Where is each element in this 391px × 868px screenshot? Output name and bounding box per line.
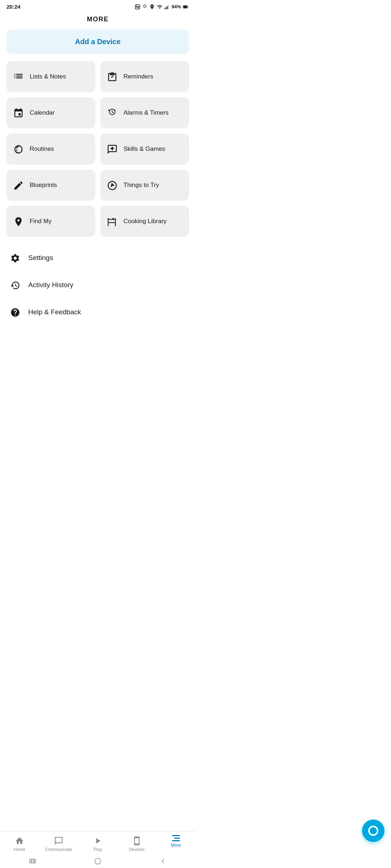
battery-icon: [182, 4, 189, 10]
help-feedback-label: Help & Feedback: [28, 308, 81, 316]
help-icon: [9, 306, 22, 318]
grid-item-reminders[interactable]: Reminders: [100, 61, 189, 92]
grid-item-alarms-timers[interactable]: Alarms & Timers: [100, 97, 189, 128]
find-my-label: Find My: [30, 217, 51, 225]
grid-item-routines[interactable]: Routines: [7, 133, 95, 165]
grid-item-things-to-try[interactable]: Things to Try: [100, 170, 189, 201]
list-item-help-feedback[interactable]: Help & Feedback: [7, 298, 189, 326]
status-bar: 20:24 94%: [0, 0, 196, 12]
status-icons: 94%: [135, 4, 189, 10]
grid-item-calendar[interactable]: Calendar: [7, 97, 95, 128]
status-time: 20:24: [7, 4, 20, 10]
page-title: MORE: [0, 12, 196, 30]
alarms-timers-label: Alarms & Timers: [123, 109, 169, 116]
alarm-status-icon: [142, 4, 148, 10]
svg-rect-4: [168, 5, 169, 9]
svg-rect-2: [166, 7, 167, 9]
wifi-icon: [156, 4, 163, 10]
svg-rect-6: [184, 6, 187, 8]
grid-item-skills-games[interactable]: Skills & Games: [100, 133, 189, 165]
svg-rect-7: [108, 218, 109, 219]
reminders-label: Reminders: [123, 73, 153, 80]
feature-grid: Lists & Notes Reminders Calendar Alarms …: [7, 61, 189, 237]
battery-text: 94%: [172, 4, 181, 9]
settings-label: Settings: [28, 254, 53, 262]
cooking-icon: [106, 216, 118, 227]
alarm-icon: [106, 107, 118, 119]
svg-rect-1: [165, 8, 165, 9]
pencil-icon: [12, 179, 25, 191]
clipboard-icon: [106, 71, 118, 83]
compass-icon: [106, 179, 118, 191]
gear-icon: [9, 252, 22, 263]
pin-icon: [12, 216, 25, 227]
routines-label: Routines: [30, 145, 54, 153]
skills-icon: [106, 143, 118, 155]
skills-games-label: Skills & Games: [123, 145, 165, 153]
main-content: Add a Device Lists & Notes Reminders Cal…: [0, 30, 196, 362]
grid-item-blueprints[interactable]: Blueprints: [7, 170, 95, 201]
history-icon: [9, 279, 22, 290]
grid-item-find-my[interactable]: Find My: [7, 206, 95, 237]
activity-history-label: Activity History: [28, 281, 73, 289]
nfc-icon: [135, 4, 140, 10]
list-item-activity-history[interactable]: Activity History: [7, 271, 189, 298]
signal-icon: [164, 4, 170, 10]
things-to-try-label: Things to Try: [123, 181, 159, 189]
blueprints-label: Blueprints: [30, 181, 57, 189]
list-section: Settings Activity History Help & Feedbac…: [7, 244, 189, 326]
location-status-icon: [149, 4, 155, 10]
calendar-icon: [12, 107, 25, 119]
routine-icon: [12, 143, 25, 155]
svg-rect-3: [167, 6, 168, 9]
list-item-settings[interactable]: Settings: [7, 244, 189, 271]
list-icon: [12, 71, 25, 83]
add-device-button[interactable]: Add a Device: [7, 30, 189, 54]
calendar-label: Calendar: [30, 109, 55, 116]
grid-item-lists-notes[interactable]: Lists & Notes: [7, 61, 95, 92]
lists-notes-label: Lists & Notes: [30, 73, 66, 80]
cooking-library-label: Cooking Library: [123, 217, 167, 225]
grid-item-cooking-library[interactable]: Cooking Library: [100, 206, 189, 237]
